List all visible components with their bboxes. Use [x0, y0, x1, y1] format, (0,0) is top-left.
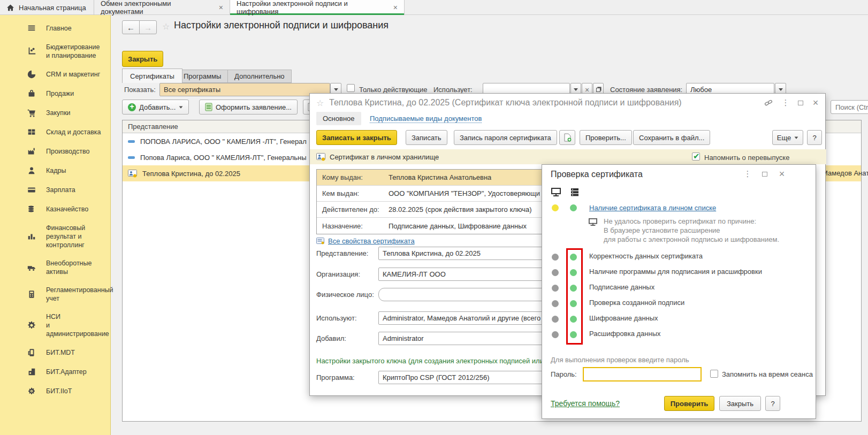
- nav-back-button[interactable]: [122, 20, 140, 34]
- sidebar-item-warehouse[interactable]: Склад и доставка: [0, 123, 110, 142]
- iot-gear-icon: [27, 386, 39, 396]
- info-value: 28.02.2025 (срок действия закрытого ключ…: [385, 205, 532, 213]
- copy-link-icon[interactable]: [762, 97, 775, 109]
- tab-programs[interactable]: Программы: [177, 70, 228, 83]
- client-monitor-icon: [588, 218, 598, 228]
- server-icon: [570, 187, 580, 199]
- application-doc-icon: [205, 103, 212, 111]
- check-item-label: Шифрование данных: [589, 314, 658, 322]
- back-arrow-icon: [127, 23, 135, 32]
- info-value: Теплова Кристина Анатольевна: [385, 173, 491, 181]
- password-input[interactable]: [583, 367, 702, 381]
- close-dialog-icon[interactable]: [775, 168, 788, 180]
- tab-exchange[interactable]: Обмен электронными документами: [94, 0, 230, 15]
- sidebar-item-crm[interactable]: CRM и маркетинг: [0, 65, 110, 84]
- search-input[interactable]: [831, 100, 868, 114]
- remember-session-label: Запомнить на время сеанса: [722, 370, 813, 378]
- only-active-checkbox[interactable]: [347, 84, 355, 92]
- tab-close-icon[interactable]: [219, 3, 223, 12]
- tab-home[interactable]: Начальная страница: [0, 0, 94, 15]
- save-to-catalog-icon-button[interactable]: [559, 130, 575, 145]
- help-button[interactable]: ?: [807, 130, 822, 145]
- cert-in-personal-list-link[interactable]: Наличие сертификата в личном списке: [589, 204, 716, 212]
- client-monitor-icon: [551, 187, 561, 199]
- coins-icon: [27, 204, 39, 214]
- nav-forward-button[interactable]: [139, 20, 157, 34]
- annotation-red-box: [566, 248, 583, 345]
- menu-icon: [27, 24, 39, 33]
- person-icon: [27, 166, 39, 175]
- more-menu-icon[interactable]: [741, 168, 754, 180]
- remind-reissue-label: Напомнить о перевыпуске: [704, 154, 789, 162]
- sidebar-item-main[interactable]: Главное: [0, 19, 110, 38]
- client-status-dot-gray: [552, 254, 559, 261]
- tab-additional[interactable]: Дополнительно: [227, 70, 292, 83]
- sidebar-item-regulated[interactable]: Регламентированный учет: [0, 281, 110, 308]
- client-status-dot-gray: [552, 285, 559, 292]
- tab-certificates[interactable]: Сертификаты: [122, 68, 182, 83]
- client-status-dot-gray: [552, 331, 559, 338]
- chevron-down-icon: [179, 106, 183, 108]
- close-check-dialog-button[interactable]: Закрыть: [719, 396, 761, 411]
- info-label: Кем выдан:: [317, 189, 385, 197]
- info-label: Действителен до:: [317, 205, 385, 213]
- maximize-icon[interactable]: [794, 97, 807, 109]
- all-cert-properties[interactable]: Все свойства сертификата: [316, 237, 415, 245]
- close-dialog-icon[interactable]: [809, 97, 822, 109]
- pie-icon: [27, 70, 39, 79]
- favorite-star-icon[interactable]: [162, 21, 170, 32]
- password-hint: Для выполнения проверок введите пароль: [551, 355, 689, 364]
- tab-signature-settings[interactable]: Настройки электронной подписи и шифрован…: [230, 0, 405, 15]
- save-button[interactable]: Записать: [406, 130, 447, 145]
- sidebar-item-bit-mdt[interactable]: БИТ.MDT: [0, 343, 110, 362]
- run-check-button[interactable]: Проверить: [664, 396, 714, 411]
- tab-main[interactable]: Основное: [316, 112, 361, 125]
- home-icon: [6, 4, 14, 12]
- sidebar-item-budgeting[interactable]: Бюджетирование и планирование: [0, 38, 110, 65]
- sidebar-item-bit-adapter[interactable]: БИТ.Адаптер: [0, 362, 110, 381]
- tab-close-icon[interactable]: [393, 3, 398, 12]
- remind-reissue-checkbox[interactable]: [692, 152, 700, 161]
- tab-signed-doc-kinds[interactable]: Подписываемые виды документов: [370, 115, 482, 123]
- check-error-text: Не удалось проверить сертификат по причи…: [604, 217, 779, 244]
- sidebar-item-nsi-admin[interactable]: НСИ и администрирование: [0, 308, 110, 343]
- save-certificate-password-button[interactable]: Запись пароля сертификата: [454, 130, 557, 145]
- open-list-icon: [596, 88, 600, 92]
- certificate-icon: [316, 153, 325, 161]
- save-to-file-button[interactable]: Сохранить в файл...: [633, 130, 710, 145]
- sidebar-item-purchases[interactable]: Закупки: [0, 103, 110, 123]
- forward-arrow-icon: [144, 23, 152, 32]
- client-status-dot-yellow: [552, 204, 559, 211]
- certificate-request-icon: [128, 140, 135, 143]
- add-plus-icon: [128, 103, 136, 111]
- bag-icon: [27, 89, 39, 98]
- need-help-link[interactable]: Требуется помощь?: [551, 399, 620, 408]
- sidebar-item-salary[interactable]: Зарплата: [0, 180, 110, 200]
- more-button-label: Еще: [777, 134, 791, 142]
- more-menu-icon[interactable]: [779, 97, 792, 109]
- maximize-icon[interactable]: [758, 168, 771, 180]
- show-filter-combo[interactable]: Все сертификаты: [159, 83, 330, 96]
- submit-application-button[interactable]: Оформить заявление...: [199, 100, 298, 115]
- sidebar-item-assets[interactable]: Внеоборотные активы: [0, 254, 110, 281]
- certificate-row-label: Попова Лариса, ООО " КАМЕЛИЯ-ЛТ", Генера…: [140, 154, 307, 162]
- chevron-down-icon: [334, 88, 338, 91]
- sidebar-item-finance[interactable]: Финансовый результат и контроллинг: [0, 219, 110, 254]
- add-certificate-button[interactable]: Добавить...: [122, 100, 189, 115]
- barchart-icon: [27, 232, 39, 241]
- check-certificate-button[interactable]: Проверить...: [580, 130, 632, 145]
- sidebar-item-sales[interactable]: Продажи: [0, 84, 110, 103]
- save-and-close-button[interactable]: Записать и закрыть: [316, 130, 397, 145]
- doc-plus-icon: [564, 133, 572, 142]
- check-item-label: Расшифровка данных: [589, 330, 661, 338]
- sidebar-item-bit-iiot[interactable]: БИТ.IIoT: [0, 381, 110, 401]
- sidebar-item-hr[interactable]: Кадры: [0, 161, 110, 180]
- sidebar-item-treasury[interactable]: Казначейство: [0, 200, 110, 219]
- favorite-star-icon[interactable]: [316, 98, 324, 108]
- remember-session-checkbox[interactable]: [710, 370, 718, 378]
- help-button[interactable]: ?: [765, 396, 780, 411]
- sidebar-item-production[interactable]: Производство: [0, 142, 110, 161]
- field-label-users: Используют:: [316, 314, 357, 322]
- more-button[interactable]: Еще: [772, 130, 803, 145]
- close-page-button[interactable]: Закрыть: [122, 51, 163, 67]
